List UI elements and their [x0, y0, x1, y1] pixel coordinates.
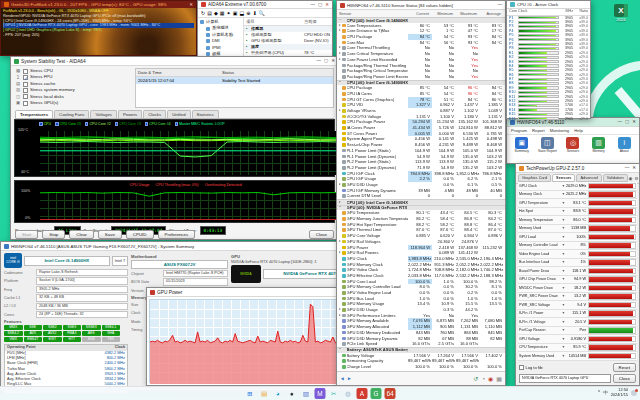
graph-tab[interactable]: Unified [167, 110, 190, 118]
stability-titlebar[interactable]: System Stability Test - AIDA64 — ▢ ✕ [11, 57, 338, 66]
gpuz-sensor-row[interactable]: GPU Temperature ▼ 83.1 °C [518, 199, 637, 208]
toolbar-button[interactable]: ▥ Memory [588, 137, 610, 154]
graph-tab[interactable]: Statistics [192, 110, 219, 118]
stability-button[interactable]: Preferences [158, 230, 196, 239]
stability-button[interactable]: Start [15, 230, 38, 239]
toolbar-icon[interactable]: ▦ [220, 10, 225, 16]
gpuz-sensor-row[interactable]: Memory Controller Load ▼ 8% [518, 242, 637, 251]
stress-checkbox[interactable] [23, 82, 28, 87]
legend-checkbox[interactable] [145, 122, 149, 126]
close-button[interactable]: Close [309, 230, 334, 239]
toolbar-icon[interactable]: ⬇ [252, 10, 256, 16]
aida64-titlebar[interactable]: AIDA64 Extreme v7.00.6700 — ▢ ✕ [198, 1, 332, 9]
gpuz-sensor-row[interactable]: Video Engine Load ▼ 0% [518, 250, 637, 259]
close-icon[interactable]: ✕ [632, 119, 636, 125]
maximize-icon[interactable]: ▢ [625, 119, 629, 125]
taskbar-icon[interactable]: 64 [385, 388, 396, 399]
ime-indicator[interactable]: 中 [603, 390, 608, 395]
gpuz-sensor-row[interactable]: PWR_SRC Voltage ▼ 9.4 V [518, 301, 637, 310]
stability-button[interactable]: Save [98, 230, 122, 239]
legend-entry[interactable]: CPU [39, 121, 51, 127]
close-button[interactable]: Close [613, 374, 636, 383]
gpuz-sensor-row[interactable]: Memory Used ▼ 1138 MB [518, 225, 637, 234]
core-clock-titlebar[interactable]: CPU #0 - Active Clock [507, 1, 590, 9]
core-clock-window[interactable]: CPU #0 - Active Clock Core Clock MHz Rat… [506, 0, 591, 119]
gpu-select-dropdown[interactable]: NVIDIA GeForce RTX 4070 Laptop GPU [519, 374, 611, 383]
menu-item[interactable]: Report [532, 127, 545, 134]
stability-button[interactable]: Clear [69, 230, 94, 239]
close-icon[interactable]: ✕ [331, 58, 335, 64]
gpuz-sensor-row[interactable]: Board Power Draw ▼ 118.1 W [518, 267, 637, 276]
gpuz-sensor-row[interactable]: PerfCap Reason ▼ Pwr [518, 327, 637, 336]
maximize-icon[interactable]: ▢ [324, 58, 328, 64]
col-average[interactable]: Average [479, 10, 503, 17]
furmark-titlebar[interactable]: Geeks3D FurMark v1.23.0.0 - 207 FPS - GP… [1, 1, 196, 8]
toolbar-button[interactable]: ◫ Save Report [537, 137, 559, 154]
gpuz-sensor-row[interactable]: Memory Clock ▼ 2025.2 MHz [518, 191, 637, 200]
tray-chevron-icon[interactable]: ^ [598, 390, 600, 395]
sensor-row[interactable]: Package/Ring Power Limit Exceeded No No … [337, 74, 505, 80]
desktop-icon-excel[interactable]: X 2024 [606, 4, 636, 23]
stress-checkbox[interactable] [23, 101, 28, 106]
footer-tool-icon[interactable]: ◉ [488, 373, 493, 385]
minimize-icon[interactable]: — [617, 119, 622, 125]
gpuz-sensor-row[interactable]: MVDDC Power Draw ▼ 18.2 W [518, 284, 637, 293]
gpuz-sensor-row[interactable]: Memory Temperature ▼ 86.0 °C [518, 216, 637, 225]
close-icon[interactable]: ✕ [632, 165, 636, 171]
reset-button[interactable]: Reset [613, 363, 636, 372]
col-sensor[interactable]: Sensor [339, 10, 407, 17]
taskbar-icon[interactable]: ▥ [301, 388, 312, 399]
menu-item[interactable]: Program [511, 127, 527, 134]
legend-entry[interactable]: Master MB/C Statistic LOOP [175, 121, 225, 127]
minimize-icon[interactable]: — [316, 58, 321, 64]
graph-tab[interactable]: Cooling Fans [54, 110, 89, 118]
col-value[interactable]: 当前值 [304, 19, 330, 24]
taskbar-icon[interactable]: ✂ [329, 388, 340, 399]
stress-checkbox[interactable] [23, 94, 28, 99]
toolbar-button[interactable]: i About [613, 137, 635, 154]
footer-nav-icon[interactable]: ⯈ [347, 373, 352, 385]
summary-titlebar[interactable]: HWiNFO64 v7.46-5110 [ASUS ASUS TUF Gamin… [1, 242, 375, 251]
sensor-row[interactable]: Charge Level 100.0 % 100.0 % 100.0 % 100… [337, 364, 505, 370]
stability-button[interactable]: Stop [42, 230, 65, 239]
gpuz-sensor-row[interactable]: GPU Clock ▼ 2029.0 MHz [518, 182, 637, 191]
graph-tab[interactable]: Powers [118, 110, 142, 118]
gpuz-sensor-row[interactable]: GPU Chip Power Draw ▼ 94.9 W [518, 276, 637, 285]
legend-checkbox[interactable] [85, 122, 89, 126]
stress-option[interactable]: ▣ Stress GPU(s) [15, 100, 131, 106]
taskbar-icon[interactable]: ● [287, 388, 298, 399]
gpuz-sensor-row[interactable]: System Memory Used ▼ 14514 MB [518, 352, 637, 361]
minimize-icon[interactable]: — [498, 2, 503, 8]
gpuz-sensor-row[interactable]: 8-Pin #1 Voltage ▼ 20.5 V [518, 318, 637, 327]
sensor-row[interactable]: PCIe Link Speed 16.0 GT/s 2.5 GT/s 16.0 … [337, 341, 505, 347]
toolbar-icon[interactable]: ◆ [214, 10, 218, 16]
toolbar-icon[interactable]: ▣ [233, 10, 238, 16]
stability-button[interactable]: CPUID [126, 230, 154, 239]
legend-checkbox[interactable] [55, 122, 59, 126]
gpuz-sensor-row[interactable]: Bus Interface Load ▼ 1% [518, 259, 637, 268]
toolbar-icon[interactable]: ⊕ [246, 10, 250, 16]
stress-checkbox[interactable] [23, 75, 28, 80]
legend-checkbox[interactable] [39, 122, 43, 126]
legend-entry[interactable]: CPU Core #3 [115, 121, 141, 127]
graph-tab[interactable]: Clocks [143, 110, 166, 118]
minimize-icon[interactable]: — [625, 165, 630, 171]
toolbar-button[interactable]: ◎ Sensors [562, 137, 584, 154]
legend-checkbox[interactable] [175, 122, 179, 126]
gpuz-sensor-row[interactable]: 8-Pin #1 Power ▼ 115.1 W [518, 310, 637, 319]
log-row[interactable]: 2024/1/15 12:07:04 Stability Test Starte… [136, 77, 333, 84]
toolbar-icon[interactable]: 🔍 [259, 10, 265, 16]
taskbar-icon[interactable]: ◕ [273, 388, 284, 399]
gpuz-sensor-row[interactable]: GPU Voltage ▼ 0.9180 V [518, 335, 637, 344]
maximize-icon[interactable]: ▢ [318, 2, 322, 8]
close-icon[interactable]: ✕ [325, 2, 329, 8]
toolbar-icon[interactable]: ⬓ [239, 10, 244, 16]
notification-bell-icon[interactable] [631, 390, 637, 396]
sensors-titlebar[interactable]: HWiNFO64 v7.46-5110 Sensor Status [84 va… [337, 1, 505, 10]
clock[interactable]: 12:50 2024/1/15 [611, 388, 628, 397]
minimize-icon[interactable]: — [310, 2, 315, 8]
taskbar-icon[interactable]: G [371, 388, 382, 399]
taskbar-icon[interactable]: A [357, 388, 368, 399]
stress-checkbox[interactable] [23, 88, 28, 93]
gpuz-window[interactable]: TechPowerUp GPU-Z 2.57.0 — ✕ Graphics Ca… [515, 163, 640, 386]
